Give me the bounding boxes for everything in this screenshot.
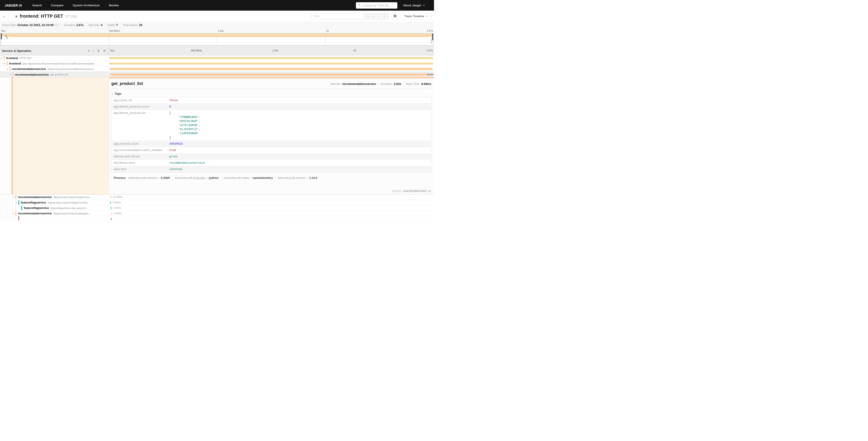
minimap-span-dash [431, 37, 432, 38]
process-value: opentelemetry [253, 176, 273, 179]
tag-row[interactable]: app.cache_hitfalse [112, 97, 431, 104]
span-bar-cell[interactable]: 3.68ms [109, 200, 434, 205]
span-row-name-cell[interactable]: ∨frontendgrpc.hipstershop.Recommendation… [0, 61, 109, 66]
indent-guides [1, 211, 13, 216]
timeline-column-header: Service & Operation ∨ › ≫ ≫ ‖ 0μs666.89m… [0, 46, 434, 56]
span-bar-cell[interactable]: 3.47ms [109, 205, 434, 210]
span-row[interactable]: ∨frontendgrpc.hipstershop.Recommendation… [0, 61, 434, 66]
meta-value: recommendationservice [342, 82, 376, 86]
chevron-down-icon[interactable]: ∨ [1, 57, 4, 59]
span-duration-mark [110, 202, 111, 204]
trace-lookup-box[interactable] [356, 2, 397, 9]
prev-result-icon[interactable]: ∧ [372, 15, 374, 18]
jaeger-trace-page: JAEGER UI SearchCompareSystem Architectu… [0, 0, 434, 220]
span-bar-cell[interactable] [109, 61, 434, 66]
span-row-name-cell[interactable] [0, 216, 109, 220]
span-duration-mark [111, 218, 112, 220]
tag-row[interactable]: span.kindinternal [112, 166, 431, 172]
span-bar[interactable] [110, 74, 429, 76]
tag-row[interactable]: app.filtered_products.count8 [112, 104, 431, 110]
trace-lookup-input[interactable] [362, 3, 396, 7]
minimap-scrubber-right[interactable] [432, 33, 433, 40]
collapse-all-icon[interactable]: ≫ [97, 49, 100, 52]
span-rows: ∨frontendHTTP GET∨frontendgrpc.hipstersh… [0, 56, 434, 220]
span-row[interactable]: ∨frontendHTTP GET [0, 56, 434, 61]
span-bar[interactable] [109, 57, 433, 59]
nav-item-search[interactable]: Search [28, 0, 46, 11]
focus-target-icon[interactable]: ◎ [367, 15, 369, 18]
span-service-name: recommendationservice [15, 73, 49, 76]
chevron-down-icon[interactable]: ∨ [12, 196, 16, 198]
nav-item-compare[interactable]: Compare [46, 0, 68, 11]
span-service-name: featureflagservice [21, 201, 46, 204]
span-row[interactable]: ∨recommendationservice/hipstershop.Produ… [0, 211, 434, 216]
span-bar-cell[interactable]: 14.49ms [109, 195, 434, 200]
nav-item-monitor[interactable]: Monitor [104, 0, 124, 11]
span-bar-cell[interactable]: 2.62s [109, 72, 434, 77]
column-resizer-handle[interactable]: ‖ [107, 52, 108, 55]
tag-key: app.recommendation.cache_enabled [112, 147, 169, 153]
chevron-down-icon[interactable]: ∨ [12, 212, 16, 215]
clear-find-icon[interactable]: ✕ [383, 15, 385, 18]
next-result-icon[interactable]: ∨ [378, 15, 380, 18]
span-bar-cell[interactable] [109, 216, 434, 220]
about-jaeger-menu[interactable]: About Jaeger ▼ [403, 4, 425, 7]
tick-label: 2s [353, 49, 356, 52]
span-bar[interactable] [109, 62, 433, 64]
trace-collapse-toggle[interactable]: ∨ [15, 14, 18, 18]
tag-row[interactable]: app.recommendation.cache_enabledtrue [112, 147, 431, 153]
trace-summary-bar: Trace StartOctober 22 2022, 22:10:09.543… [0, 22, 434, 28]
span-row[interactable]: featureflagservicefeatureflagservice.rep… [0, 205, 434, 211]
span-bar-cell[interactable]: 1.04ms [109, 211, 434, 216]
minimap-span-dash [431, 42, 432, 43]
span-service-name: recommendationservice [18, 195, 52, 199]
chevron-down-icon[interactable]: ∨ [4, 62, 6, 65]
tag-row[interactable]: app.products.count44530923 [112, 141, 431, 147]
span-row-name-cell[interactable]: ∨recommendationservice/hipstershop.Recom… [0, 66, 109, 71]
span-row-name-cell[interactable]: featureflagservicefeatureflagservice.rep… [0, 205, 109, 210]
span-row[interactable]: ∨recommendationservice/hipstershop.Featu… [0, 195, 434, 200]
meta-label: Service: [330, 82, 341, 86]
span-row-name-cell[interactable]: ∨featureflagservice/hipstershop.FeatureF… [0, 200, 109, 205]
nav-item-system-architecture[interactable]: System Architecture [68, 0, 104, 11]
span-row-name-cell[interactable]: ∨frontendHTTP GET [0, 56, 109, 61]
span-row[interactable]: ∨featureflagservice/hipstershop.FeatureF… [0, 200, 434, 205]
deep-link-icon[interactable] [428, 190, 431, 193]
back-button[interactable]: ← [0, 11, 9, 22]
summary-label: Depth [107, 23, 115, 27]
expand-all-icon[interactable]: ≫ [103, 49, 106, 52]
jaeger-logo[interactable]: JAEGER UI [0, 4, 28, 7]
tags-section-toggle[interactable]: ∨Tags [111, 92, 431, 95]
chevron-down-icon[interactable]: ∨ [16, 201, 18, 204]
chevron-down-icon: ▼ [423, 4, 425, 6]
chevron-down-icon[interactable]: ∨ [6, 68, 9, 70]
span-duration-label: 3.47ms [113, 206, 121, 209]
collapse-one-icon[interactable]: ∨ [88, 49, 90, 52]
span-bar[interactable] [110, 68, 433, 70]
keyboard-shortcuts-button[interactable]: ⌘ [391, 13, 399, 20]
tag-row[interactable]: app.filtered_products.list["1YMWWN1N4O",… [112, 110, 431, 141]
expand-one-icon[interactable]: › [93, 49, 94, 52]
chevron-down-icon[interactable]: ∨ [9, 74, 12, 76]
trace-id-short: 2f715fb [65, 14, 77, 18]
summary-divider [86, 24, 86, 27]
arrow-left-icon: ← [2, 14, 6, 19]
span-row-name-cell[interactable]: ∨recommendationservice/hipstershop.Produ… [0, 211, 109, 216]
span-row-name-cell[interactable]: ∨recommendationservice/hipstershop.Featu… [0, 195, 109, 200]
tag-row[interactable]: otel.library.namerecommendationservice [112, 160, 431, 166]
tag-row[interactable]: internal.span.formatproto [112, 153, 431, 160]
span-row[interactable] [0, 216, 434, 220]
span-bar-cell[interactable] [109, 56, 434, 61]
list-item: "OLJCESPC7Z", [169, 127, 200, 131]
span-duration-mark [111, 196, 111, 198]
span-row[interactable]: ∨recommendationservice/hipstershop.Recom… [0, 66, 434, 72]
span-row[interactable]: ∨recommendationserviceget_product_list2.… [0, 72, 434, 77]
trace-view-select[interactable]: Trace Timeline ▼ [401, 13, 431, 20]
find-input[interactable] [311, 13, 364, 20]
span-bar-cell[interactable] [109, 66, 434, 71]
minimap-scrubber-left[interactable] [1, 33, 2, 39]
span-row-name-cell[interactable]: ∨recommendationserviceget_product_list [0, 72, 109, 77]
list-item: "66VCHSJNUP", [169, 119, 200, 123]
process-section-toggle[interactable]: › Process: telemetry.auto.version=0.34b0… [111, 176, 431, 179]
minimap-canvas[interactable] [1, 33, 433, 46]
